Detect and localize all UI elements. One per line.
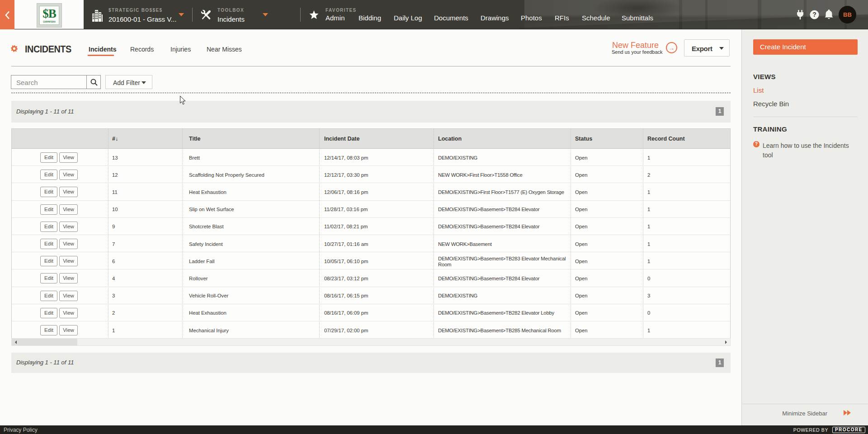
svg-text:?: ? [812,11,816,18]
